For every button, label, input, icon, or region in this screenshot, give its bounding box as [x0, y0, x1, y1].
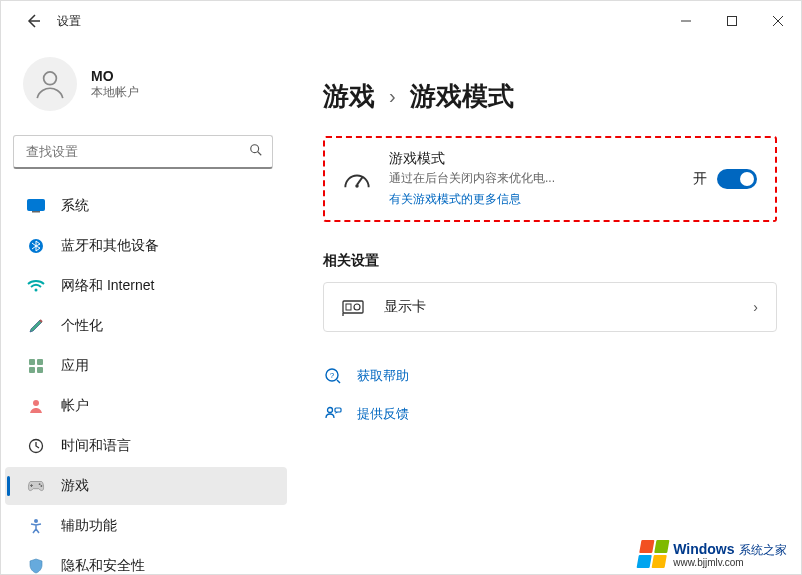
- display-card-label: 显示卡: [384, 298, 735, 316]
- svg-point-18: [41, 485, 43, 487]
- display-card-link[interactable]: 显示卡 ›: [323, 282, 777, 332]
- feedback-icon: [323, 404, 343, 424]
- help-icon: ?: [323, 366, 343, 386]
- user-subtitle: 本地帐户: [91, 84, 139, 101]
- monitor-icon: [27, 197, 45, 215]
- get-help-link[interactable]: ? 获取帮助: [323, 366, 777, 386]
- minimize-icon: [681, 16, 691, 26]
- svg-point-10: [35, 289, 38, 292]
- main-content: 游戏 › 游戏模式 游戏模式 通过在后台关闭内容来优化电... 有关游戏模式的更…: [291, 41, 801, 575]
- watermark-brand: Windows: [673, 541, 734, 557]
- game-mode-card: 游戏模式 通过在后台关闭内容来优化电... 有关游戏模式的更多信息 开: [323, 136, 777, 222]
- action-links: ? 获取帮助 提供反馈: [323, 366, 777, 424]
- svg-rect-23: [346, 304, 351, 310]
- search-wrap: [13, 135, 273, 169]
- sidebar-item-system[interactable]: 系统: [5, 187, 287, 225]
- user-name: MO: [91, 68, 139, 84]
- sidebar: MO 本地帐户 系统 蓝牙和其他设备 网络和 Internet: [1, 41, 291, 575]
- svg-rect-12: [37, 359, 43, 365]
- breadcrumb-current: 游戏模式: [410, 79, 514, 114]
- wifi-icon: [27, 277, 45, 295]
- paintbrush-icon: [27, 317, 45, 335]
- sidebar-item-label: 帐户: [61, 397, 89, 415]
- svg-line-6: [258, 152, 262, 156]
- sidebar-item-accounts[interactable]: 帐户: [5, 387, 287, 425]
- svg-rect-1: [728, 17, 737, 26]
- sidebar-item-label: 蓝牙和其他设备: [61, 237, 159, 255]
- sidebar-item-accessibility[interactable]: 辅助功能: [5, 507, 287, 545]
- game-mode-more-link[interactable]: 有关游戏模式的更多信息: [389, 191, 521, 208]
- svg-point-19: [34, 519, 38, 523]
- account-icon: [27, 397, 45, 415]
- svg-rect-28: [335, 408, 341, 412]
- clock-icon: [27, 437, 45, 455]
- svg-point-15: [33, 400, 39, 406]
- svg-point-5: [251, 145, 259, 153]
- toggle-state-label: 开: [693, 170, 707, 188]
- game-mode-toggle[interactable]: [717, 169, 757, 189]
- sidebar-item-label: 个性化: [61, 317, 103, 335]
- svg-point-4: [44, 72, 57, 85]
- avatar: [23, 57, 77, 111]
- apps-icon: [27, 357, 45, 375]
- sidebar-item-label: 游戏: [61, 477, 89, 495]
- sidebar-item-label: 辅助功能: [61, 517, 117, 535]
- search-icon: [249, 143, 263, 161]
- sidebar-item-label: 时间和语言: [61, 437, 131, 455]
- game-mode-title: 游戏模式: [389, 150, 675, 168]
- svg-rect-11: [29, 359, 35, 365]
- sidebar-item-gaming[interactable]: 游戏: [5, 467, 287, 505]
- sidebar-item-bluetooth[interactable]: 蓝牙和其他设备: [5, 227, 287, 265]
- breadcrumb: 游戏 › 游戏模式: [323, 79, 777, 114]
- chevron-right-icon: ›: [753, 299, 758, 315]
- close-icon: [773, 16, 783, 26]
- nav-list: 系统 蓝牙和其他设备 网络和 Internet 个性化 应用 帐户: [1, 187, 291, 575]
- feedback-label: 提供反馈: [357, 405, 409, 423]
- svg-text:?: ?: [330, 371, 335, 380]
- shield-icon: [27, 557, 45, 575]
- svg-rect-7: [28, 200, 45, 211]
- maximize-button[interactable]: [709, 1, 755, 41]
- sidebar-item-apps[interactable]: 应用: [5, 347, 287, 385]
- sidebar-item-label: 系统: [61, 197, 89, 215]
- help-label: 获取帮助: [357, 367, 409, 385]
- feedback-link[interactable]: 提供反馈: [323, 404, 777, 424]
- search-input[interactable]: [13, 135, 273, 169]
- game-mode-subtitle: 通过在后台关闭内容来优化电...: [389, 170, 675, 187]
- watermark: Windows 系统之家 www.bjjmlv.com: [629, 536, 797, 572]
- minimize-button[interactable]: [663, 1, 709, 41]
- bluetooth-icon: [27, 237, 45, 255]
- app-title: 设置: [57, 13, 81, 30]
- watermark-sub: 系统之家: [739, 543, 787, 557]
- svg-point-20: [355, 184, 359, 188]
- svg-rect-8: [32, 211, 40, 213]
- gamepad-icon: [27, 477, 45, 495]
- maximize-icon: [727, 16, 737, 26]
- breadcrumb-parent[interactable]: 游戏: [323, 79, 375, 114]
- sidebar-item-privacy[interactable]: 隐私和安全性: [5, 547, 287, 575]
- arrow-left-icon: [25, 13, 41, 29]
- svg-point-22: [354, 304, 360, 310]
- speed-icon: [343, 165, 371, 193]
- svg-rect-13: [29, 367, 35, 373]
- sidebar-item-time-language[interactable]: 时间和语言: [5, 427, 287, 465]
- svg-point-17: [39, 483, 41, 485]
- gpu-icon: [342, 297, 366, 317]
- svg-rect-14: [37, 367, 43, 373]
- user-icon: [33, 67, 67, 101]
- svg-point-27: [328, 408, 333, 413]
- sidebar-item-label: 应用: [61, 357, 89, 375]
- game-mode-toggle-wrap: 开: [693, 169, 757, 189]
- sidebar-item-personalization[interactable]: 个性化: [5, 307, 287, 345]
- chevron-right-icon: ›: [389, 85, 396, 108]
- sidebar-item-network[interactable]: 网络和 Internet: [5, 267, 287, 305]
- sidebar-item-label: 网络和 Internet: [61, 277, 154, 295]
- user-block[interactable]: MO 本地帐户: [1, 49, 291, 119]
- sidebar-item-label: 隐私和安全性: [61, 557, 145, 575]
- back-button[interactable]: [17, 5, 49, 37]
- windows-logo-icon: [637, 540, 670, 568]
- close-button[interactable]: [755, 1, 801, 41]
- related-settings-heading: 相关设置: [323, 252, 777, 270]
- window-controls: [663, 1, 801, 41]
- accessibility-icon: [27, 517, 45, 535]
